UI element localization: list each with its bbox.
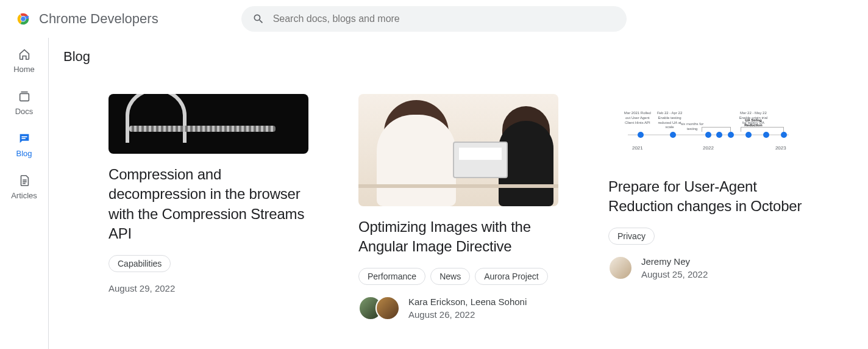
svg-point-2 xyxy=(21,16,26,21)
tag[interactable]: Privacy xyxy=(608,228,655,245)
chrome-logo-icon xyxy=(15,10,32,27)
svg-rect-3 xyxy=(20,93,29,101)
card-tags: Performance News Aurora Project xyxy=(358,268,558,285)
avatar xyxy=(608,256,633,280)
articles-icon xyxy=(18,174,31,187)
card-tags: Capabilities xyxy=(108,255,308,272)
sidebar-item-label: Articles xyxy=(11,191,37,200)
tag[interactable]: Performance xyxy=(358,268,425,285)
card-date: August 25, 2022 xyxy=(641,269,708,279)
card-image: Mar 2021 Rolled out User Agent Client Hi… xyxy=(608,94,808,166)
sidebar: Home Docs Blog Articles xyxy=(0,38,49,349)
sidebar-item-label: Docs xyxy=(15,107,34,116)
blog-card[interactable]: Mar 2021 Rolled out User Agent Client Hi… xyxy=(608,94,808,320)
sidebar-item-articles[interactable]: Articles xyxy=(0,174,48,200)
docs-icon xyxy=(18,90,31,103)
card-authors: Kara Erickson, Leena Sohoni xyxy=(408,297,527,307)
sidebar-item-home[interactable]: Home xyxy=(0,48,48,74)
main: Blog Compression and decompression in th… xyxy=(49,38,868,349)
avatar xyxy=(375,296,400,320)
tag[interactable]: Aurora Project xyxy=(475,268,547,285)
card-title: Compression and decompression in the bro… xyxy=(108,165,308,244)
search-input[interactable] xyxy=(241,6,627,32)
blog-card[interactable]: Optimizing Images with the Angular Image… xyxy=(358,94,558,320)
avatars xyxy=(358,296,400,320)
card-image xyxy=(358,94,558,206)
sidebar-item-blog[interactable]: Blog xyxy=(0,132,48,158)
search-icon xyxy=(252,13,265,25)
card-tags: Privacy xyxy=(608,228,808,245)
svg-rect-4 xyxy=(21,136,27,137)
card-authors: Jeremy Ney xyxy=(641,256,708,267)
card-image xyxy=(108,94,308,154)
card-title: Prepare for User-Agent Reduction changes… xyxy=(608,177,808,217)
search-wrap xyxy=(241,6,627,32)
home-icon xyxy=(18,48,31,61)
blog-card[interactable]: Compression and decompression in the bro… xyxy=(108,94,308,320)
layout: Home Docs Blog Articles Blog Compression… xyxy=(0,38,868,349)
card-date: August 26, 2022 xyxy=(408,309,527,320)
sidebar-item-label: Home xyxy=(13,65,35,74)
logo-wrap[interactable]: Chrome Developers xyxy=(15,10,158,27)
card-title: Optimizing Images with the Angular Image… xyxy=(358,217,558,257)
site-title: Chrome Developers xyxy=(39,11,158,27)
blog-icon xyxy=(18,132,31,145)
sidebar-item-label: Blog xyxy=(16,149,32,158)
tag[interactable]: News xyxy=(430,268,470,285)
page-title: Blog xyxy=(63,49,853,65)
header: Chrome Developers xyxy=(0,0,868,38)
cards-row: Compression and decompression in the bro… xyxy=(63,94,853,320)
avatars xyxy=(608,256,633,280)
card-date: August 29, 2022 xyxy=(108,283,308,293)
svg-rect-5 xyxy=(21,138,25,139)
card-meta: Kara Erickson, Leena Sohoni August 26, 2… xyxy=(358,296,558,320)
sidebar-item-docs[interactable]: Docs xyxy=(0,90,48,116)
tag[interactable]: Capabilities xyxy=(108,255,171,272)
card-meta: Jeremy Ney August 25, 2022 xyxy=(608,256,808,280)
